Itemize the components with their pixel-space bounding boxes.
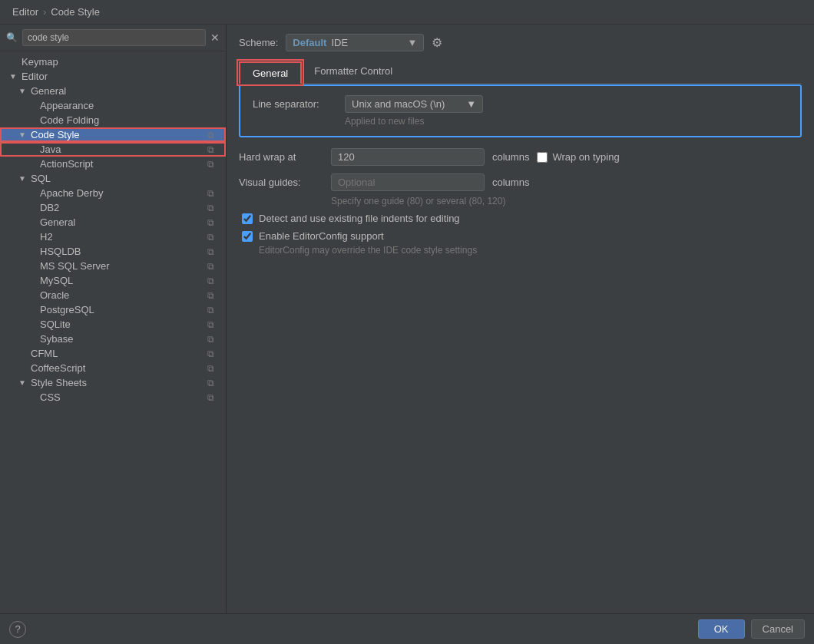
search-input[interactable] [22,29,206,46]
tree-arrow-general: ▼ [18,87,28,95]
editor-config-note: EditorConfig may override the IDE code s… [259,245,802,256]
copy-icon-stylesheets: ⧉ [207,378,220,388]
tree-item-mssqlserver[interactable]: MS SQL Server⧉ [0,259,226,273]
tree-label-codefolding: Code Folding [40,114,99,126]
tree-label-keymap: Keymap [22,56,58,68]
tree-item-oracle[interactable]: Oracle⧉ [0,288,226,302]
copy-icon-sqlgeneral: ⧉ [207,217,220,228]
tree-label-actionscript: ActionScript [40,158,93,170]
tree-item-java[interactable]: Java⧉ [0,142,226,157]
tree-label-codestyle: Code Style [31,129,80,140]
clear-search-button[interactable]: ✕ [210,31,220,44]
tree-item-css[interactable]: CSS⧉ [0,390,226,405]
tree-label-mssqlserver: MS SQL Server [40,260,110,272]
tree-label-coffeescript: CoffeeScript [31,362,85,374]
visual-guides-input[interactable] [331,173,485,191]
help-button[interactable]: ? [9,621,26,638]
tree-item-coffeescript[interactable]: CoffeeScript⧉ [0,361,226,375]
tab-general[interactable]: General [239,61,302,84]
copy-icon-css: ⧉ [207,392,220,403]
tree-item-appearance[interactable]: Appearance [0,98,226,113]
tree-label-apachederby: Apache Derby [40,187,103,199]
wrap-on-typing-wrap: Wrap on typing [537,151,619,163]
wrap-on-typing-checkbox[interactable] [537,152,548,163]
copy-icon-coffeescript: ⧉ [207,363,220,374]
cancel-button[interactable]: Cancel [751,619,805,639]
scheme-dropdown[interactable]: Default IDE ▼ [286,34,424,51]
line-separator-arrow: ▼ [466,98,476,110]
tree-item-codestyle[interactable]: ▼Code Style⧉ [0,127,226,142]
tree-item-h2[interactable]: H2⧉ [0,230,226,244]
action-buttons: OK Cancel [698,619,805,639]
copy-icon-postgresql: ⧉ [207,305,220,315]
copy-icon-db2: ⧉ [207,203,220,213]
scheme-dropdown-arrow: ▼ [407,37,417,48]
tree-label-java: Java [40,144,61,155]
line-separator-value: Unix and macOS (\n) [352,98,445,110]
tree-item-sybase[interactable]: Sybase⧉ [0,332,226,346]
settings-section: Hard wrap at columns Wrap on typing Visu… [239,148,802,256]
visual-guides-row: Visual guides: columns [239,173,802,191]
detect-indents-checkbox[interactable] [242,213,253,224]
tree-item-editor[interactable]: ▼Editor [0,69,226,84]
tree-item-general[interactable]: ▼General [0,84,226,98]
tree-item-sqlite[interactable]: SQLite⧉ [0,317,226,332]
copy-icon-codestyle: ⧉ [207,130,220,140]
line-separator-label: Line separator: [253,98,337,110]
line-separator-dropdown[interactable]: Unix and macOS (\n) ▼ [345,95,483,113]
tree-container: Keymap▼Editor▼GeneralAppearanceCode Fold… [0,51,226,613]
tree-item-postgresql[interactable]: PostgreSQL⧉ [0,302,226,317]
tree-item-codefolding[interactable]: Code Folding [0,113,226,127]
editor-config-row: Enable EditorConfig support [239,230,802,242]
tree-item-db2[interactable]: DB2⧉ [0,200,226,215]
ok-button[interactable]: OK [698,619,745,639]
copy-icon-mssqlserver: ⧉ [207,261,220,272]
tree-label-cfml: CFML [31,348,58,359]
main-layout: 🔍 ✕ Keymap▼Editor▼GeneralAppearanceCode … [0,25,814,613]
tree-label-sybase: Sybase [40,333,73,345]
copy-icon-java: ⧉ [207,144,220,155]
copy-icon-mysql: ⧉ [207,276,220,286]
copy-icon-cfml: ⧉ [207,348,220,359]
search-bar: 🔍 ✕ [0,25,226,51]
tree-label-appearance: Appearance [40,100,94,111]
tree-item-actionscript[interactable]: ActionScript⧉ [0,157,226,171]
right-panel: Scheme: Default IDE ▼ ⚙ General Formatte… [227,25,814,613]
tree-label-sql: SQL [31,173,51,184]
content-box: Line separator: Unix and macOS (\n) ▼ Ap… [239,84,802,137]
visual-guides-label: Visual guides: [239,177,323,188]
search-icon: 🔍 [6,32,18,43]
hard-wrap-input[interactable] [331,148,485,166]
tree-item-sqlgeneral[interactable]: General⧉ [0,215,226,230]
tree-label-db2: DB2 [40,202,59,213]
tree-arrow-sql: ▼ [18,174,28,183]
line-separator-row: Line separator: Unix and macOS (\n) ▼ [253,95,788,113]
tree-item-apachederby[interactable]: Apache Derby⧉ [0,186,226,200]
editor-config-checkbox[interactable] [242,231,253,242]
bottom-bar: ? OK Cancel [0,613,814,644]
visual-guides-unit: columns [492,177,529,188]
tree-item-hsqldb[interactable]: HSQLDB⧉ [0,244,226,259]
gear-button[interactable]: ⚙ [432,35,442,50]
tab-formatter-control[interactable]: Formatter Control [302,61,405,83]
detect-indents-label: Detect and use existing file indents for… [259,213,460,224]
tree-item-cfml[interactable]: CFML⧉ [0,346,226,361]
copy-icon-sqlite: ⧉ [207,319,220,330]
hard-wrap-row: Hard wrap at columns Wrap on typing [239,148,802,166]
copy-icon-sybase: ⧉ [207,334,220,345]
left-panel: 🔍 ✕ Keymap▼Editor▼GeneralAppearanceCode … [0,25,227,613]
tree-label-postgresql: PostgreSQL [40,304,94,315]
copy-icon-apachederby: ⧉ [207,188,220,199]
tree-item-keymap[interactable]: Keymap [0,54,226,69]
tree-label-css: CSS [40,391,61,403]
wrap-on-typing-label: Wrap on typing [552,151,619,163]
tree-label-sqlgeneral: General [40,216,75,228]
detect-indents-row: Detect and use existing file indents for… [239,213,802,224]
tree-arrow-stylesheets: ▼ [18,378,28,387]
editor-label: Editor [12,6,38,18]
tree-item-stylesheets[interactable]: ▼Style Sheets⧉ [0,375,226,390]
tree-item-sql[interactable]: ▼SQL [0,171,226,186]
tree-item-mysql[interactable]: MySQL⧉ [0,273,226,288]
tree-label-stylesheets: Style Sheets [31,377,87,388]
tabs-row: General Formatter Control [239,61,802,84]
